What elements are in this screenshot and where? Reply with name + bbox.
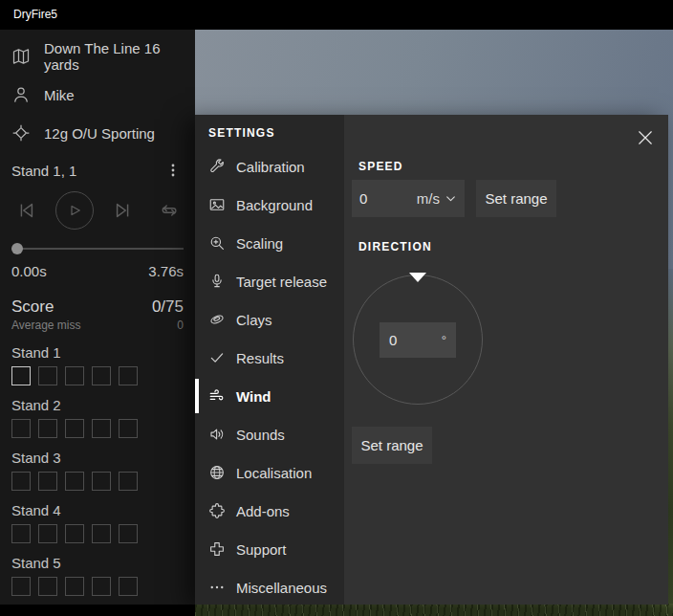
shot-slot[interactable] xyxy=(65,419,84,438)
more-options-icon[interactable] xyxy=(163,161,184,180)
speed-unit-dropdown[interactable]: m/s xyxy=(417,190,457,207)
shot-slot[interactable] xyxy=(119,366,138,385)
image-icon xyxy=(208,196,226,213)
selected-indicator xyxy=(195,379,199,413)
chevron-down-icon xyxy=(445,192,457,205)
shot-slot[interactable] xyxy=(92,472,111,491)
stand-group: Stand 3 xyxy=(0,447,195,491)
stand-group: Stand 2 xyxy=(0,394,195,438)
stand-slots xyxy=(11,524,184,543)
shot-slot[interactable] xyxy=(92,577,111,596)
settings-item-label: Add-ons xyxy=(236,503,290,519)
direction-unit: ° xyxy=(442,333,446,347)
settings-item-label: Sounds xyxy=(236,427,285,443)
shot-slot[interactable] xyxy=(119,577,138,596)
zoom-in-icon xyxy=(208,234,226,252)
time-row: 0.00s 3.76s xyxy=(0,263,195,284)
speed-value[interactable]: 0 xyxy=(359,190,417,207)
wind-settings-panel: SPEED 0 m/s Set range DIRECTION 0 ° Set … xyxy=(344,115,668,605)
shot-slot[interactable] xyxy=(119,524,138,543)
shot-slot[interactable] xyxy=(92,524,111,543)
shot-slot[interactable] xyxy=(65,366,84,385)
stand-label: Stand 5 xyxy=(11,552,184,575)
shot-slot[interactable] xyxy=(11,577,31,596)
app-title: DryFire5 xyxy=(13,8,57,21)
current-stand-label: Stand 1, 1 xyxy=(11,163,76,179)
play-button[interactable] xyxy=(55,191,94,230)
shot-slot[interactable] xyxy=(38,577,57,596)
skip-next-icon[interactable] xyxy=(107,200,140,221)
timeline-slider[interactable] xyxy=(11,234,184,263)
settings-menu-header: SETTINGS xyxy=(195,126,344,147)
skip-previous-icon[interactable] xyxy=(10,200,42,221)
microphone-icon xyxy=(208,273,226,290)
settings-item-background[interactable]: Background xyxy=(195,186,344,224)
stands-list: Stand 1 Stand 2 Stand 3 Stand 4 Stand 5 xyxy=(0,341,195,596)
settings-item-add-ons[interactable]: Add-ons xyxy=(195,492,344,530)
repeat-icon[interactable] xyxy=(159,200,180,221)
shot-slot[interactable] xyxy=(38,419,57,438)
shot-slot[interactable] xyxy=(65,472,84,491)
shot-slot[interactable] xyxy=(38,366,57,385)
shot-slot[interactable] xyxy=(11,472,31,491)
shot-slot[interactable] xyxy=(65,524,84,543)
average-miss-label: Average miss xyxy=(11,319,80,332)
stand-slots xyxy=(11,419,184,438)
settings-item-sounds[interactable]: Sounds xyxy=(195,415,344,453)
shot-slot[interactable] xyxy=(38,472,57,491)
speed-unit-value: m/s xyxy=(417,190,440,207)
settings-item-calibration[interactable]: Calibration xyxy=(195,147,344,186)
direction-value[interactable]: 0 xyxy=(389,332,442,348)
shot-slot[interactable] xyxy=(119,419,138,438)
settings-item-wind[interactable]: Wind xyxy=(195,377,344,415)
shot-slot[interactable] xyxy=(92,366,111,385)
settings-item-miscellaneous[interactable]: Miscellaneous xyxy=(195,568,344,605)
settings-item-results[interactable]: Results xyxy=(195,339,344,377)
map-icon xyxy=(11,47,31,66)
slider-track[interactable] xyxy=(11,248,184,250)
score-label: Score xyxy=(11,297,54,317)
settings-item-label: Background xyxy=(236,197,313,213)
average-miss-row: Average miss 0 xyxy=(0,319,195,332)
stand-label: Stand 4 xyxy=(11,499,184,522)
settings-item-support[interactable]: Support xyxy=(195,530,344,568)
shot-slot[interactable] xyxy=(11,366,31,385)
stand-group: Stand 5 xyxy=(0,552,195,596)
direction-set-range-button[interactable]: Set range xyxy=(352,427,432,464)
settings-item-label: Miscellaneous xyxy=(236,580,327,596)
grass-strip xyxy=(195,604,673,616)
shot-slot[interactable] xyxy=(11,524,31,543)
speed-section-label: SPEED xyxy=(358,160,403,173)
shot-slot[interactable] xyxy=(92,419,111,438)
close-icon[interactable] xyxy=(632,124,659,151)
playback-controls xyxy=(0,188,195,232)
sidebar-item-discipline[interactable]: Down The Line 16 yards xyxy=(0,37,195,76)
slider-thumb[interactable] xyxy=(11,243,23,254)
plus-cross-icon xyxy=(208,540,226,558)
shot-slot[interactable] xyxy=(11,419,31,438)
dial-pointer-icon[interactable] xyxy=(409,273,426,282)
stand-label: Stand 1 xyxy=(11,341,184,364)
settings-menu: SETTINGS Calibration Background Scaling … xyxy=(195,115,344,605)
wrench-icon xyxy=(208,158,226,175)
settings-item-clays[interactable]: Clays xyxy=(195,300,344,339)
speed-set-range-button[interactable]: Set range xyxy=(476,180,556,217)
current-stand-row: Stand 1, 1 xyxy=(0,152,195,188)
settings-item-scaling[interactable]: Scaling xyxy=(195,224,344,262)
gun-label: 12g O/U Sporting xyxy=(44,125,155,142)
shot-slot[interactable] xyxy=(38,524,57,543)
shot-slot[interactable] xyxy=(119,472,138,491)
direction-dial[interactable]: 0 ° xyxy=(353,275,483,405)
shot-slot[interactable] xyxy=(65,577,84,596)
time-current: 0.00s xyxy=(11,263,47,284)
stand-group: Stand 1 xyxy=(0,341,195,385)
sidebar-item-shooter[interactable]: Mike xyxy=(0,76,195,114)
settings-item-target-release[interactable]: Target release xyxy=(195,262,344,300)
direction-section-label: DIRECTION xyxy=(358,240,432,253)
speed-input[interactable]: 0 m/s xyxy=(352,180,465,217)
direction-input[interactable]: 0 ° xyxy=(380,322,456,358)
ellipsis-icon xyxy=(208,579,226,596)
sidebar-item-gun[interactable]: 12g O/U Sporting xyxy=(0,114,195,152)
settings-item-label: Results xyxy=(236,350,284,366)
settings-item-localisation[interactable]: Localisation xyxy=(195,453,344,492)
